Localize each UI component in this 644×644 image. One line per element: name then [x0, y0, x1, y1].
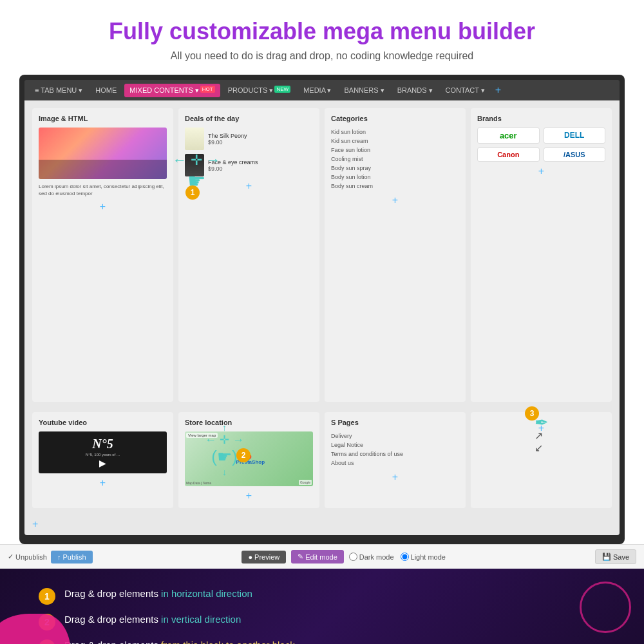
page-terms: Terms and conditions of use: [331, 450, 459, 459]
subtitle: All you need to do is drag and drop, no …: [13, 50, 631, 62]
col2-add-button[interactable]: +: [185, 180, 313, 192]
save-button[interactable]: 💾 Save: [595, 549, 636, 564]
nav-banners[interactable]: BANNERS ▾: [339, 84, 389, 97]
col-empty: +: [471, 412, 612, 508]
nav-bar: ≡ TAB MENU ▾ HOME MIXED CONTENTS ▾HOT PR…: [24, 80, 620, 100]
col-deals: Deals of the day The Silk Peony $9.00 Fa…: [178, 108, 319, 402]
feature-text-2: Drag & drop elements in vertical directi…: [64, 614, 241, 625]
monitor-wrapper: ≡ TAB MENU ▾ HOME MIXED CONTENTS ▾HOT PR…: [19, 75, 625, 544]
col3-title: Categories: [331, 115, 459, 122]
unpublish-button[interactable]: ✓ Unpublish: [8, 553, 47, 561]
hot-badge: HOT: [200, 86, 215, 93]
brand-dell: DELL: [544, 128, 606, 144]
dark-mode-radio[interactable]: Dark mode: [349, 553, 394, 561]
nav-products[interactable]: PRODUCTS ▾NEW: [223, 84, 296, 97]
product-2: Face & eye creams $9.00: [185, 154, 313, 176]
product-thumb-2: [185, 154, 204, 176]
edit-mode-button[interactable]: ✎ Edit mode: [291, 550, 344, 564]
pencil-icon: ✎: [298, 553, 303, 561]
col-store-location: Store location View larger map 📍 Google …: [178, 412, 319, 508]
page-legal: Legal Notice: [331, 440, 459, 450]
cat-3: Face sun lotion: [331, 146, 459, 155]
blob-right: [580, 582, 631, 633]
toolbar-right: 💾 Save: [595, 549, 636, 564]
page-about: About us: [331, 459, 459, 468]
nav-media[interactable]: MEDIA ▾: [298, 84, 336, 97]
col-store-add-button[interactable]: +: [185, 490, 313, 502]
dark-mode-input[interactable]: [349, 553, 357, 561]
feature-item-3: 3 Drag & drop elements from this block t…: [39, 639, 605, 644]
product-2-name: Face & eye creams: [208, 159, 258, 166]
toolbar-left: ✓ Unpublish ↑ Publish: [8, 551, 93, 564]
cat-7: Body sun cream: [331, 182, 459, 191]
cat-4: Cooling mist: [331, 155, 459, 164]
features-list: 1 Drag & drop elements in horizontal dir…: [39, 588, 605, 644]
light-mode-input[interactable]: [401, 553, 409, 561]
nav-tab-menu[interactable]: ≡ TAB MENU ▾: [30, 84, 88, 97]
preview-button[interactable]: ● Preview: [242, 551, 286, 564]
cat-6: Body sun lotion: [331, 173, 459, 182]
col-youtube-add-button[interactable]: +: [39, 477, 167, 489]
mode-radio-group: Dark mode Light mode: [349, 553, 446, 561]
upload-icon: ↑: [57, 553, 61, 561]
nav-plus-icon[interactable]: +: [495, 84, 501, 96]
nav-brands[interactable]: BRANDS ▾: [392, 84, 438, 97]
image-placeholder: [39, 128, 167, 179]
preview-label: Preview: [254, 553, 279, 561]
col1-title: Image & HTML: [39, 115, 167, 122]
col2-title: Deals of the day: [185, 115, 313, 122]
col-pages: S Pages Delivery Legal Notice Terms and …: [325, 412, 466, 508]
save-icon: 💾: [602, 553, 611, 561]
feature-highlight-3: from this block to another block: [161, 639, 295, 644]
feature-text-1: Drag & drop elements in horizontal direc…: [64, 588, 252, 599]
col-empty-add-button[interactable]: +: [477, 422, 605, 434]
product-1: The Silk Peony $9.00: [185, 128, 313, 150]
dark-mode-label: Dark mode: [359, 553, 394, 561]
monitor-screen: ≡ TAB MENU ▾ HOME MIXED CONTENTS ▾HOT PR…: [24, 80, 620, 535]
row-add-button[interactable]: +: [32, 518, 612, 530]
product-2-info: Face & eye creams $9.00: [208, 159, 258, 172]
col1-add-button[interactable]: +: [39, 201, 167, 213]
light-mode-radio[interactable]: Light mode: [401, 553, 446, 561]
product-1-info: The Silk Peony $9.00: [208, 133, 247, 146]
cat-2: Kid sun cream: [331, 137, 459, 146]
cat-5: Body sun spray: [331, 164, 459, 173]
header-section: Fully customizable mega menu builder All…: [0, 0, 644, 75]
feature-badge-1: 1: [39, 588, 55, 605]
feature-highlight-2: in vertical direction: [161, 614, 241, 625]
product-thumb-1: [185, 128, 204, 150]
col-store-title: Store location: [185, 419, 313, 426]
cat-1: Kid sun lotion: [331, 128, 459, 137]
product-2-price: $9.00: [208, 166, 258, 172]
col-pages-title: S Pages: [331, 419, 459, 426]
brand-canon: Canon: [477, 147, 540, 162]
light-mode-label: Light mode: [411, 553, 446, 561]
col-image-html: Image & HTML Lorem ipsum dolor sit amet,…: [32, 108, 173, 402]
video-thumb-inner: N°5 N°5, 100 years of ... ▶: [86, 431, 120, 473]
map-image: View larger map 📍 Google Map Data | Term…: [185, 431, 313, 486]
feature-text-3: Drag & drop elements from this block to …: [64, 639, 295, 644]
col4-title: Brands: [477, 115, 605, 122]
video-thumbnail[interactable]: N°5 N°5, 100 years of ... ▶: [39, 431, 167, 473]
brand-acer: acer: [477, 128, 540, 144]
nav-mixed-contents[interactable]: MIXED CONTENTS ▾HOT: [124, 84, 220, 97]
product-1-price: $9.00: [208, 139, 247, 146]
unpublish-label: Unpublish: [15, 553, 47, 561]
nav-contact[interactable]: CONTACT ▾: [440, 84, 490, 97]
col4-add-button[interactable]: +: [477, 166, 605, 177]
page-delivery: Delivery: [331, 431, 459, 440]
check-icon: ✓: [8, 553, 14, 561]
save-label: Save: [613, 553, 629, 561]
publish-label: Publish: [62, 553, 86, 561]
brands-grid: acer DELL Canon /ASUS: [477, 128, 605, 162]
col3-add-button[interactable]: +: [331, 194, 459, 206]
col-categories: Categories Kid sun lotion Kid sun cream …: [325, 108, 466, 402]
toolbar-center: ● Preview ✎ Edit mode Dark mode Light mo…: [98, 550, 590, 564]
publish-button[interactable]: ↑ Publish: [51, 551, 93, 564]
feature-item-2: 2 Drag & drop elements in vertical direc…: [39, 614, 605, 630]
brand-asus: /ASUS: [544, 147, 606, 162]
nav-home[interactable]: HOME: [90, 84, 122, 97]
col-youtube-title: Youtube video: [39, 419, 167, 426]
toolbar: ✓ Unpublish ↑ Publish ● Preview ✎ Edit m…: [0, 544, 644, 569]
col-pages-add-button[interactable]: +: [331, 471, 459, 483]
